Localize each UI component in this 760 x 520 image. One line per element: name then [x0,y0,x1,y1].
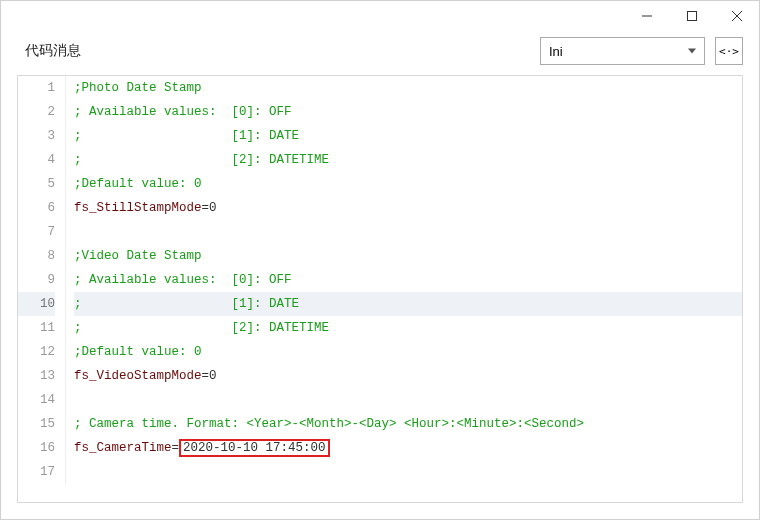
token-comment: ; [2]: DATETIME [74,153,329,167]
code-line[interactable]: ; [2]: DATETIME [74,316,742,340]
code-line[interactable]: ; Available values: [0]: OFF [74,100,742,124]
code-line[interactable] [74,460,742,484]
line-number: 1 [18,76,55,100]
code-line[interactable]: ; Camera time. Format: <Year>-<Month>-<D… [74,412,742,436]
line-number: 13 [18,364,55,388]
code-line[interactable]: fs_CameraTime=2020-10-10 17:45:00 [74,436,742,460]
code-line[interactable]: fs_VideoStampMode=0 [74,364,742,388]
code-content[interactable]: ;Photo Date Stamp; Available values: [0]… [66,76,742,484]
token-comment: ;Default value: 0 [74,177,202,191]
line-number: 5 [18,172,55,196]
code-line[interactable]: ; Available values: [0]: OFF [74,268,742,292]
line-number: 16 [18,436,55,460]
editor-body: 1234567891011121314151617 ;Photo Date St… [18,76,742,484]
line-number: 9 [18,268,55,292]
language-select[interactable]: Ini [540,37,705,65]
code-line[interactable]: ; [2]: DATETIME [74,148,742,172]
line-number: 8 [18,244,55,268]
chevron-down-icon [688,49,696,54]
line-number: 2 [18,100,55,124]
close-button[interactable] [714,1,759,31]
svg-rect-1 [687,12,696,21]
token-comment: ;Default value: 0 [74,345,202,359]
code-editor[interactable]: 1234567891011121314151617 ;Photo Date St… [17,75,743,503]
code-line[interactable] [74,220,742,244]
code-line[interactable]: ; [1]: DATE [74,124,742,148]
line-number: 12 [18,340,55,364]
line-number: 10 [18,292,55,316]
maximize-button[interactable] [669,1,714,31]
line-number: 11 [18,316,55,340]
code-line[interactable]: fs_StillStampMode=0 [74,196,742,220]
page-title: 代码消息 [25,42,540,60]
token-comment: ;Video Date Stamp [74,249,202,263]
minimize-button[interactable] [624,1,669,31]
token-comment: ; [2]: DATETIME [74,321,329,335]
line-number-gutter: 1234567891011121314151617 [18,76,66,484]
titlebar [1,1,759,31]
code-line[interactable]: ;Video Date Stamp [74,244,742,268]
line-number: 17 [18,460,55,484]
token-comment: ; Available values: [0]: OFF [74,105,292,119]
token-op: = [202,369,210,383]
line-number: 15 [18,412,55,436]
token-key: fs_VideoStampMode [74,369,202,383]
header: 代码消息 Ini <·> [1,31,759,75]
token-comment: ; [1]: DATE [74,297,299,311]
token-comment: ; [1]: DATE [74,129,299,143]
maximize-icon [687,11,697,21]
line-number: 4 [18,148,55,172]
token-comment: ; Camera time. Format: <Year>-<Month>-<D… [74,417,584,431]
code-line[interactable] [74,388,742,412]
close-icon [732,11,742,21]
code-line[interactable]: ;Default value: 0 [74,340,742,364]
token-comment: ; Available values: [0]: OFF [74,273,292,287]
token-value: 0 [209,201,217,215]
code-line[interactable]: ;Photo Date Stamp [74,76,742,100]
code-line[interactable]: ; [1]: DATE [74,292,742,316]
line-number: 7 [18,220,55,244]
token-value: 2020-10-10 17:45:00 [179,439,330,457]
token-op: = [172,441,180,455]
code-line[interactable]: ;Default value: 0 [74,172,742,196]
code-icon: <·> [719,45,739,58]
line-number: 3 [18,124,55,148]
token-comment: ;Photo Date Stamp [74,81,202,95]
line-number: 14 [18,388,55,412]
toggle-code-button[interactable]: <·> [715,37,743,65]
token-key: fs_CameraTime [74,441,172,455]
line-number: 6 [18,196,55,220]
app-window: 代码消息 Ini <·> 1234567891011121314151617 ;… [0,0,760,520]
token-op: = [202,201,210,215]
minimize-icon [642,11,652,21]
token-key: fs_StillStampMode [74,201,202,215]
token-value: 0 [209,369,217,383]
language-select-value: Ini [549,44,563,59]
